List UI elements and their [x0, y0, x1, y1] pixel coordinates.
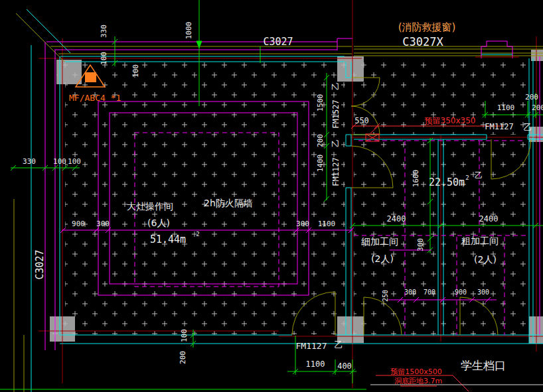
dim-400-b: 400 [337, 361, 352, 371]
dim-1100-tr: 1100 [497, 103, 515, 112]
dim-2400-a: 2400 [387, 214, 406, 224]
door-fm1127-label-b: FM1127 [296, 341, 327, 351]
room-fine-name: 细加工间 [361, 236, 398, 247]
dim-300-br2: 300 [477, 289, 489, 296]
stall-label: 学生档口 [461, 359, 506, 372]
dim-100-row1: 100 [53, 157, 66, 166]
firewall-note: 2h防火隔墙 [204, 198, 253, 208]
dim-100-top: 100 [100, 52, 108, 65]
note-reserve-350: 预留350x350 [425, 116, 476, 125]
note-sill-height: 洞底距地3.7m [394, 377, 442, 385]
dim-1100-b: 1100 [306, 359, 325, 369]
dim-1400-v: 1400 [316, 155, 325, 172]
room-cooking-area-sup: 2 [196, 231, 199, 237]
dim-1100-m: 1100 [318, 220, 336, 228]
dim-300-br1: 300 [404, 289, 416, 296]
room-cooking-name: 大灶操作间 [127, 201, 173, 212]
dim-100-row2: 100 [68, 157, 81, 166]
dim-300-v: 300 [416, 238, 425, 251]
dim-700-br: 700 [424, 289, 435, 296]
upper-right-area-sup: 2 [465, 174, 469, 181]
door-type-yi-arc: 乙 [475, 170, 483, 180]
door-type-yi-1: 乙 [331, 82, 340, 90]
room-rough-capacity: (2人) [474, 254, 497, 265]
room-cooking-area: 51.44m [150, 233, 186, 245]
dim-300-l: 300 [96, 220, 110, 228]
rescue-window-note: (消防救援窗) [398, 21, 456, 33]
door-type-yi-b: 乙 [335, 340, 343, 350]
window-label-c3027x: C3027X [402, 35, 443, 48]
dim-900-br: 900 [455, 289, 467, 296]
room-fine-capacity: (2人) [371, 253, 394, 264]
door-type-yi-tr: 乙 [524, 122, 532, 132]
door-type-yi-2: 乙 [331, 139, 340, 147]
room-cooking-capacity: (6人) [147, 218, 170, 228]
dim-100-top2: 100 [131, 64, 140, 78]
dim-330-row: 330 [23, 157, 36, 166]
window-label-c3027: C3027 [263, 36, 293, 48]
dim-300-m: 300 [296, 220, 309, 228]
dim-1500-v: 1500 [316, 94, 325, 112]
dim-2400-b: 2400 [479, 214, 499, 224]
door-fm1527-label: FM1527 [331, 99, 341, 128]
door-fm1127-label-v: FM1127 [331, 157, 341, 186]
dim-1600-v: 1600 [412, 170, 420, 188]
extinguisher-label: MF/ABC4 *1 [69, 93, 121, 103]
dim-550: 550 [354, 116, 369, 125]
dim-900-l: 900 [72, 220, 85, 228]
floor-plan-canvas: C3027 C3027X (消防救援窗) C3027 MF/ABC4 *1 大灶… [0, 0, 543, 392]
dim-250-v: 250 [382, 290, 389, 302]
window-label-c3027-left: C3027 [34, 249, 46, 279]
dim-200-v: 200 [316, 134, 325, 147]
note-reserve-1500: 预留1500x500 [390, 367, 442, 376]
upper-right-area: 22.50m [429, 176, 465, 188]
dim-1000-top: 1000 [185, 22, 193, 40]
dim-200-bl: 200 [179, 351, 187, 364]
room-rough-name: 粗加工间 [461, 235, 499, 246]
dim-200-tr: 200 [532, 103, 543, 112]
door-fm1127-label-tr: FM1127 [485, 122, 513, 131]
dim-200-tr-top: 200 [525, 93, 538, 101]
dim-330-top: 330 [100, 25, 108, 38]
dim-100-bl: 100 [180, 329, 189, 342]
